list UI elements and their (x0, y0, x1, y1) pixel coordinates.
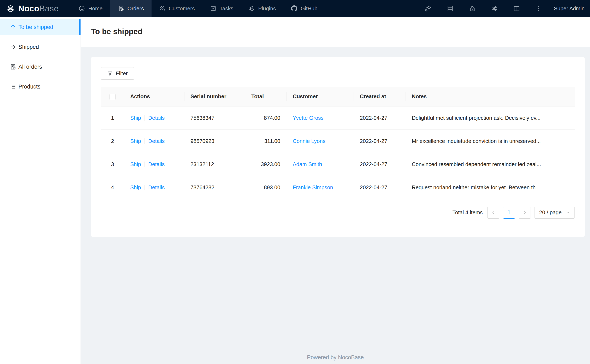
current-user[interactable]: Super Admin (554, 5, 585, 12)
partition-icon[interactable] (491, 5, 498, 12)
sidebar-item-to-be-shipped[interactable]: To be shipped (0, 19, 80, 35)
sidebar-item-label: All orders (18, 64, 42, 70)
action-divider (145, 115, 145, 121)
cell-notes: Request norland neither mistake for yet.… (406, 176, 558, 199)
cell-spacer (558, 176, 575, 199)
row-index: 2 (101, 130, 124, 153)
nav-item-label: GitHub (301, 5, 317, 12)
powered-by-footer: Powered by NocoBase (81, 354, 590, 361)
details-link[interactable]: Details (148, 161, 165, 168)
ship-link[interactable]: Ship (130, 161, 141, 168)
table-row: 1 ShipDetails 75638347 874.00 Yvette Gro… (101, 106, 575, 130)
nav-item-label: Orders (127, 5, 144, 12)
cell-serial: 75638347 (185, 106, 245, 130)
customer-link[interactable]: Adam Smith (293, 161, 322, 167)
content-area: Filter Actions Serial number Total Custo… (81, 47, 590, 364)
filter-button-label: Filter (116, 70, 128, 77)
row-index: 3 (101, 153, 124, 176)
header-total: Total (245, 87, 287, 106)
main-menu: Home Orders Cust (71, 0, 325, 17)
action-divider (145, 162, 145, 167)
bug-icon (249, 5, 255, 12)
nav-item-plugins[interactable]: Plugins (241, 0, 283, 17)
pagination-next-button[interactable] (519, 207, 531, 219)
chevron-left-icon (491, 210, 496, 215)
nocobase-logo-icon (6, 4, 15, 13)
page-title: To be shipped (81, 17, 590, 36)
pagination-page-1[interactable]: 1 (503, 207, 515, 219)
cell-spacer (558, 153, 575, 176)
cell-serial: 73764232 (185, 176, 245, 199)
more-menu-icon[interactable] (535, 5, 542, 12)
cell-serial: 23132112 (185, 153, 245, 176)
filter-button[interactable]: Filter (101, 67, 134, 80)
nav-item-tasks[interactable]: Tasks (202, 0, 241, 17)
orders-card: Filter Actions Serial number Total Custo… (91, 57, 585, 237)
lock-icon[interactable] (469, 5, 476, 12)
nocobase-logo[interactable]: NocoBase (0, 4, 59, 13)
highlight-pen-icon[interactable] (424, 5, 431, 12)
pagination: Total 4 items 1 20 / page (101, 207, 575, 219)
action-divider (145, 185, 145, 190)
pagination-total: Total 4 items (452, 209, 483, 216)
ship-link[interactable]: Ship (130, 184, 141, 191)
arrow-up-icon (10, 24, 16, 30)
chevron-right-icon (523, 210, 527, 215)
header-spacer (558, 87, 575, 106)
unordered-list-icon (10, 84, 16, 90)
page-header: To be shipped (81, 17, 590, 47)
nav-item-customers[interactable]: Customers (152, 0, 202, 17)
sidebar-item-shipped[interactable]: Shipped (0, 39, 80, 55)
cell-notes: Mr excellence inquietude conviction is i… (406, 130, 558, 153)
customer-link[interactable]: Frankie Simpson (293, 184, 333, 190)
row-index: 1 (101, 106, 124, 130)
layout-icon[interactable] (513, 5, 520, 12)
nav-item-home[interactable]: Home (71, 0, 110, 17)
row-index: 4 (101, 176, 124, 199)
team-icon (159, 5, 166, 12)
header-actions: Actions (124, 87, 185, 106)
cell-spacer (558, 106, 575, 130)
header-notes: Notes (406, 87, 558, 106)
table-row: 3 ShipDetails 23132112 3923.00 Adam Smit… (101, 153, 575, 176)
action-divider (145, 138, 145, 144)
details-link[interactable]: Details (148, 115, 165, 121)
details-link[interactable]: Details (148, 184, 165, 191)
customer-link[interactable]: Yvette Gross (293, 115, 324, 121)
logo-text: NocoBase (18, 4, 59, 13)
header-created-at: Created at (354, 87, 406, 106)
pagination-prev-button[interactable] (487, 207, 499, 219)
github-icon (291, 5, 297, 12)
cell-total: 311.00 (245, 130, 287, 153)
customer-link[interactable]: Connie Lyons (293, 138, 325, 144)
nav-right-tools: Super Admin (424, 5, 590, 12)
page-size-value: 20 / page (539, 209, 562, 216)
file-done-icon (118, 5, 124, 12)
filter-funnel-icon (107, 71, 113, 76)
sidebar-item-all-orders[interactable]: All orders (0, 58, 80, 75)
cell-notes: Delightful met sufficient projection ask… (406, 106, 558, 130)
ship-link[interactable]: Ship (130, 115, 141, 121)
nav-item-label: Customers (169, 5, 195, 12)
smile-icon (79, 5, 85, 12)
details-link[interactable]: Details (148, 138, 165, 144)
page-size-select[interactable]: 20 / page (535, 207, 575, 219)
cell-spacer (558, 130, 575, 153)
cell-total: 893.00 (245, 176, 287, 199)
orders-table: Actions Serial number Total Customer Cre… (101, 87, 575, 199)
table-row: 4 ShipDetails 73764232 893.00 Frankie Si… (101, 176, 575, 199)
header-select-all (101, 87, 124, 106)
database-icon[interactable] (447, 5, 454, 12)
nav-item-github[interactable]: GitHub (283, 0, 325, 17)
table-row: 2 ShipDetails 98570923 311.00 Connie Lyo… (101, 130, 575, 153)
nav-item-orders[interactable]: Orders (110, 0, 152, 17)
ship-link[interactable]: Ship (130, 138, 141, 144)
table-header-row: Actions Serial number Total Customer Cre… (101, 87, 575, 106)
sidebar-item-label: To be shipped (18, 24, 53, 30)
cell-created-at: 2022-04-27 (354, 153, 406, 176)
sidebar-item-products[interactable]: Products (0, 78, 80, 95)
cell-created-at: 2022-04-27 (354, 176, 406, 199)
select-all-checkbox[interactable] (110, 94, 115, 100)
nav-item-label: Tasks (220, 5, 233, 12)
sidebar: To be shipped Shipped All orders (0, 17, 81, 364)
